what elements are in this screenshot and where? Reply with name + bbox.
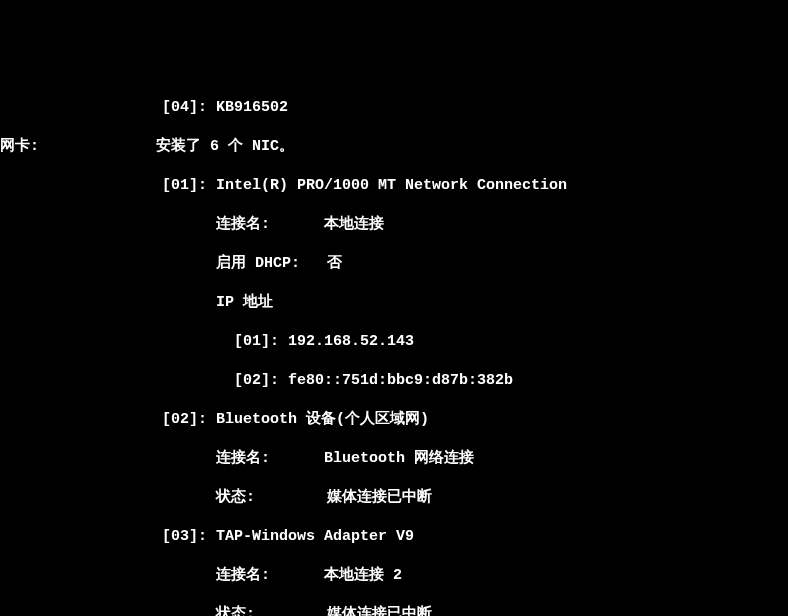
adapter-1-ip2: [02]: fe80::751d:bbc9:d87b:382b — [0, 371, 788, 391]
adapter-2-status: 状态: 媒体连接已中断 — [0, 488, 788, 508]
adapter-3-status: 状态: 媒体连接已中断 — [0, 605, 788, 617]
adapter-3-name: [03]: TAP-Windows Adapter V9 — [0, 527, 788, 547]
nic-header-line: 网卡: 安装了 6 个 NIC。 — [0, 137, 788, 157]
adapter-2-name: [02]: Bluetooth 设备(个人区域网) — [0, 410, 788, 430]
adapter-1-conn: 连接名: 本地连接 — [0, 215, 788, 235]
adapter-3-conn: 连接名: 本地连接 2 — [0, 566, 788, 586]
adapter-1-iplabel: IP 地址 — [0, 293, 788, 313]
adapter-1-name: [01]: Intel(R) PRO/1000 MT Network Conne… — [0, 176, 788, 196]
terminal-output: [04]: KB916502 网卡: 安装了 6 个 NIC。 [01]: In… — [0, 78, 788, 616]
adapter-2-conn: 连接名: Bluetooth 网络连接 — [0, 449, 788, 469]
adapter-1-dhcp: 启用 DHCP: 否 — [0, 254, 788, 274]
prev-line: [04]: KB916502 — [0, 98, 788, 118]
nic-summary: 安装了 6 个 NIC。 — [156, 138, 294, 155]
adapter-1-ip1: [01]: 192.168.52.143 — [0, 332, 788, 352]
nic-label: 网卡: — [0, 138, 39, 155]
